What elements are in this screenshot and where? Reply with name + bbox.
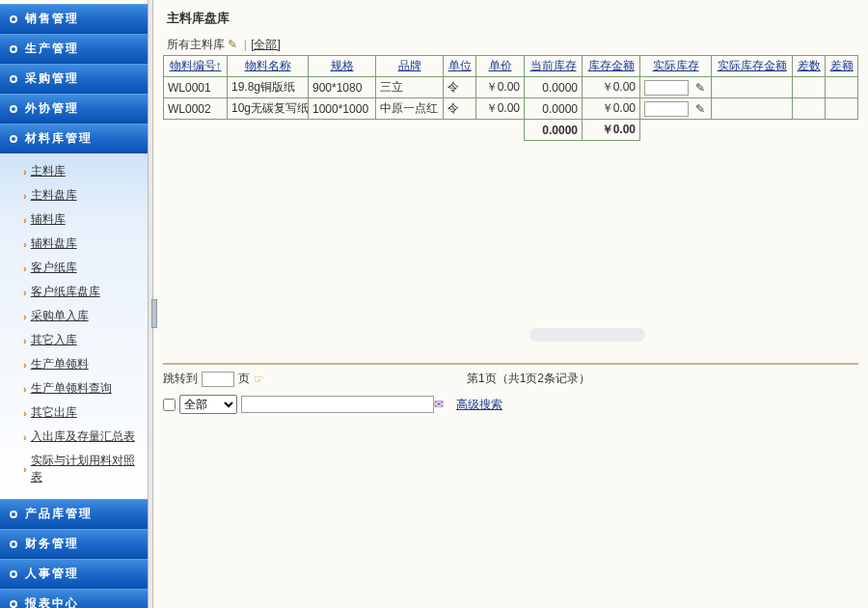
chevron-right-icon: › (23, 335, 27, 346)
chevron-right-icon: › (23, 463, 27, 475)
menu-purchase[interactable]: 采购管理 (0, 64, 153, 94)
cell-amount: ￥0.00 (583, 98, 640, 120)
col-unit[interactable]: 单位 (444, 56, 476, 77)
real-stock-input[interactable] (644, 80, 689, 96)
table-row: WL0001 19.8g铜版纸 900*1080 三立 令 ￥0.00 0.00… (164, 77, 858, 98)
sidebar-item-label: 主料盘库 (31, 187, 77, 204)
sidebar-item-label: 生产单领料查询 (31, 380, 112, 397)
col-amount[interactable]: 库存金额 (583, 56, 640, 77)
sidebar-item-other-in[interactable]: ›其它入库 (23, 328, 146, 352)
menu-outsource[interactable]: 外协管理 (0, 94, 153, 124)
sidebar-item-customer-paper-check[interactable]: ›客户纸库盘库 (23, 280, 146, 304)
chevron-right-icon: › (23, 431, 27, 443)
chevron-right-icon: › (23, 311, 27, 322)
col-real-amount[interactable]: 实际库存金额 (712, 56, 793, 77)
col-name[interactable]: 物料名称 (228, 56, 309, 77)
cell-code: WL0002 (164, 98, 228, 120)
sidebar-item-inout-summary[interactable]: ›入出库及存量汇总表 (23, 425, 146, 449)
sidebar-item-label: 客户纸库盘库 (31, 284, 100, 300)
chevron-right-icon: › (23, 190, 27, 202)
menu-label: 采购管理 (25, 70, 79, 87)
col-diff-qty[interactable]: 差数 (793, 56, 826, 77)
filter-prefix: 所有主料库 (167, 38, 225, 51)
table-header-row: 物料编号↑ 物料名称 规格 品牌 单位 单价 当前库存 库存金额 实际库存 实际… (164, 56, 858, 77)
sidebar-item-po-in[interactable]: ›采购单入库 (23, 304, 146, 328)
bullet-icon (10, 75, 17, 83)
col-price[interactable]: 单价 (476, 56, 525, 77)
advanced-search-link[interactable]: 高级搜索 (456, 397, 502, 413)
sidebar-item-label: 辅料盘库 (31, 235, 77, 252)
pager-info: 第1页（共1页2条记录） (467, 371, 590, 387)
pager-goto: 跳转到 页 ☞ 第1页（共1页2条记录） (163, 371, 858, 387)
bullet-icon (10, 570, 17, 578)
sidebar-item-main-stock-check[interactable]: ›主料盘库 (23, 183, 146, 207)
cell-real-amount (712, 98, 793, 120)
cell-amount: ￥0.00 (583, 77, 640, 98)
menu-report[interactable]: 报表中心 (0, 589, 153, 608)
table-row: WL0002 10g无碳复写纸 1000*1000 中原一点红 令 ￥0.00 … (164, 98, 858, 120)
page-suffix: 页 (238, 371, 250, 387)
sidebar-item-label: 入出库及存量汇总表 (31, 428, 135, 445)
sidebar-item-main-stock[interactable]: ›主料库 (23, 159, 146, 183)
bullet-icon (10, 135, 17, 143)
hand-pointer-icon[interactable]: ☞ (254, 373, 264, 386)
menu-material[interactable]: 材料库管理 (0, 124, 153, 153)
cell-stock: 0.0000 (525, 98, 583, 120)
sidebar-item-aux-stock[interactable]: ›辅料库 (23, 207, 146, 232)
chevron-right-icon: › (23, 407, 27, 419)
col-code[interactable]: 物料编号↑ (164, 56, 228, 77)
cell-name: 10g无碳复写纸 (228, 98, 309, 120)
col-brand[interactable]: 品牌 (376, 56, 444, 77)
menu-label: 财务管理 (25, 536, 79, 552)
sidebar: 销售管理 生产管理 采购管理 外协管理 材料库管理 ›主料库 ›主料盘库 ›辅料… (0, 0, 153, 608)
edit-icon[interactable]: ✎ (228, 38, 237, 51)
menu-production[interactable]: 生产管理 (0, 34, 153, 64)
goto-page-input[interactable] (202, 372, 234, 387)
sidebar-item-label: 实际与计划用料对照表 (31, 453, 146, 485)
col-real-stock[interactable]: 实际库存 (640, 56, 712, 77)
cell-spec: 1000*1000 (309, 98, 376, 120)
menu-finance[interactable]: 财务管理 (0, 529, 153, 559)
col-stock[interactable]: 当前库存 (525, 56, 583, 77)
splitter-grip-icon[interactable] (151, 299, 157, 328)
menu-sales[interactable]: 销售管理 (0, 4, 153, 34)
filter-all-link[interactable]: [全部] (251, 38, 281, 51)
menu-product-stock[interactable]: 产品库管理 (0, 499, 153, 529)
chevron-right-icon: › (23, 263, 27, 274)
scope-select[interactable]: 全部 (179, 395, 237, 414)
menu-label: 生产管理 (25, 41, 79, 57)
pencil-icon[interactable]: ✎ (695, 81, 705, 95)
scope-checkbox[interactable] (163, 399, 176, 411)
search-input[interactable] (241, 396, 434, 413)
pager-bar: 跳转到 页 ☞ 第1页（共1页2条记录） 全部 ✉ 高级搜索 (163, 363, 858, 414)
cell-brand: 三立 (376, 77, 444, 98)
col-diff-amt[interactable]: 差额 (826, 56, 858, 77)
bullet-icon (10, 600, 17, 608)
cell-real-stock: ✎ (640, 98, 712, 120)
sidebar-item-prod-issue-query[interactable]: ›生产单领料查询 (23, 376, 146, 401)
cell-stock: 0.0000 (525, 77, 583, 98)
chevron-right-icon: › (23, 238, 27, 250)
chevron-right-icon: › (23, 359, 27, 371)
menu-label: 外协管理 (25, 100, 79, 117)
menu-hr[interactable]: 人事管理 (0, 559, 153, 589)
sidebar-item-label: 辅料库 (31, 211, 66, 228)
sidebar-item-aux-stock-check[interactable]: ›辅料盘库 (23, 232, 146, 256)
sidebar-item-label: 主料库 (31, 163, 66, 180)
sidebar-item-prod-issue[interactable]: ›生产单领料 (23, 352, 146, 376)
cell-unit: 令 (444, 77, 476, 98)
pencil-icon[interactable]: ✎ (695, 102, 705, 116)
col-spec[interactable]: 规格 (309, 56, 376, 77)
cell-diff-qty (793, 98, 826, 120)
sidebar-item-customer-paper[interactable]: ›客户纸库 (23, 256, 146, 280)
sidebar-item-label: 客户纸库 (31, 260, 77, 276)
sum-stock: 0.0000 (525, 120, 583, 141)
sidebar-item-actual-vs-plan[interactable]: ›实际与计划用料对照表 (23, 449, 146, 489)
menu-label: 销售管理 (25, 11, 79, 27)
filter-bar: 所有主料库 ✎ | [全部] (163, 37, 858, 53)
sidebar-item-other-out[interactable]: ›其它出库 (23, 401, 146, 425)
cell-unit: 令 (444, 98, 476, 120)
cell-diff-qty (793, 77, 826, 98)
page-title: 主料库盘库 (167, 10, 858, 27)
real-stock-input[interactable] (644, 101, 689, 117)
